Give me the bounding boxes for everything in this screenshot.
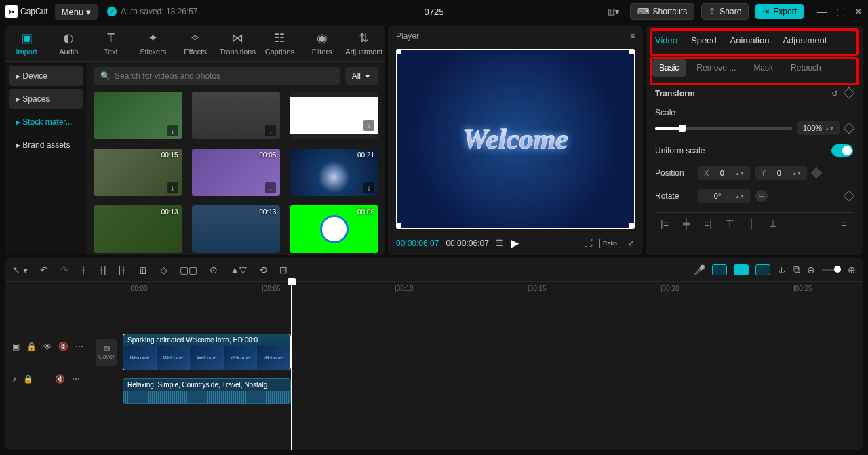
layout-icon[interactable]: ▥▾	[604, 4, 623, 19]
minimize-button[interactable]: —	[817, 6, 827, 17]
cursor-tool[interactable]: ↖ ▾	[12, 264, 28, 275]
lock-icon[interactable]: 🔒	[26, 342, 37, 351]
download-icon[interactable]: ↓	[363, 182, 374, 193]
resize-handle-br[interactable]	[629, 223, 635, 229]
download-icon[interactable]: ↓	[265, 182, 276, 193]
ratio-button[interactable]: Ratio	[599, 239, 620, 248]
close-button[interactable]: ✕	[854, 6, 863, 17]
link-icon[interactable]: ⧉	[793, 264, 800, 275]
filter-all-button[interactable]: All ⏷	[345, 67, 378, 85]
search-input[interactable]: 🔍 Search for videos and photos	[94, 67, 340, 85]
download-icon[interactable]: ↓	[363, 120, 374, 131]
keyframe-icon[interactable]	[844, 87, 855, 99]
delete-tool[interactable]: 🗑	[138, 264, 148, 275]
prop-tab-adjustment[interactable]: Adjustment	[778, 33, 831, 48]
pos-x-input[interactable]: X0▲▼	[698, 166, 750, 180]
tab-captions[interactable]: ☷Captions	[258, 26, 300, 61]
media-thumb-4[interactable]: 00:15↓	[94, 149, 182, 196]
marker-tool[interactable]: ◇	[160, 264, 167, 275]
prop-tab-animation[interactable]: Animation	[726, 33, 774, 48]
zoom-slider[interactable]	[822, 269, 841, 271]
rotate-dial[interactable]: –	[755, 190, 768, 202]
scale-icon[interactable]: ⛶	[584, 238, 593, 248]
preview-canvas[interactable]: Welcome	[396, 49, 635, 229]
zoom-in-button[interactable]: ⊕	[848, 264, 856, 275]
time-ruler[interactable]: |00:00 |00:05 |00:10 |00:15 |00:20 |00:2…	[95, 282, 863, 297]
lock-icon[interactable]: 🔒	[23, 374, 33, 384]
pos-y-input[interactable]: Y0▲▼	[755, 166, 807, 180]
align-center-h-icon[interactable]: ╪	[679, 218, 693, 229]
sub-tab-basic[interactable]: Basic	[652, 59, 686, 77]
snap-toggle-2[interactable]	[734, 264, 749, 275]
redo-button[interactable]: ↷	[60, 264, 68, 275]
align-center-v-icon[interactable]: ┼	[745, 218, 758, 229]
sidebar-device[interactable]: ▸ Device	[9, 66, 83, 86]
tab-filters[interactable]: ◉Filters	[301, 26, 343, 61]
media-thumb-8[interactable]: 00:13	[192, 205, 281, 253]
media-thumb-1[interactable]: ↓	[94, 92, 182, 139]
tab-stickers[interactable]: ✦Stickers	[132, 26, 174, 61]
sub-tab-retouch[interactable]: Retouch	[784, 59, 828, 77]
tab-effects[interactable]: ✧Effects	[174, 26, 216, 61]
list-icon[interactable]: ☰	[496, 238, 504, 248]
download-icon[interactable]: ↓	[265, 125, 276, 136]
project-title[interactable]: 0725	[425, 7, 444, 17]
mute-icon[interactable]: 🔇	[58, 342, 68, 351]
playhead[interactable]	[291, 282, 292, 450]
player-menu-icon[interactable]: ≡	[630, 31, 635, 41]
export-button[interactable]: ⇥ Export	[755, 4, 804, 19]
keyframe-rotate[interactable]	[844, 191, 855, 202]
fullscreen-icon[interactable]: ⤢	[627, 238, 635, 248]
video-clip[interactable]: Sparking animated Welcome intro, HD 00:0…	[123, 334, 291, 370]
undo-button[interactable]: ↶	[40, 264, 48, 275]
tab-audio[interactable]: ◐Audio	[47, 26, 90, 61]
speed-tool[interactable]: ⊙	[210, 264, 218, 275]
more-icon[interactable]: ⋯	[75, 342, 83, 351]
resize-handle-tr[interactable]	[629, 49, 635, 54]
sub-tab-mask[interactable]: Mask	[747, 59, 780, 77]
align-left-icon[interactable]: |≡	[658, 218, 671, 229]
sidebar-stock[interactable]: ▸ Stock mater...	[9, 112, 83, 132]
play-button[interactable]: ▶	[511, 237, 519, 250]
resize-handle-tl[interactable]	[396, 49, 401, 54]
reverse-tool[interactable]: ⟲	[259, 264, 267, 275]
split-right-tool[interactable]: |⟊	[119, 264, 127, 275]
stepper-icon[interactable]: ▲▼	[735, 194, 745, 199]
resize-handle-bl[interactable]	[396, 223, 401, 229]
scale-slider[interactable]	[655, 127, 792, 130]
media-thumb-2[interactable]: ↓	[192, 92, 281, 139]
eye-icon[interactable]: 👁	[43, 342, 52, 351]
keyframe-scale[interactable]	[844, 123, 855, 134]
rotate-input[interactable]: 0°▲▼	[698, 189, 750, 203]
tab-text[interactable]: TText	[90, 26, 132, 61]
keyframe-position[interactable]	[811, 167, 823, 179]
magnet-icon[interactable]: ⫝	[777, 264, 787, 275]
tab-transitions[interactable]: ⋈Transitions	[216, 26, 258, 61]
sidebar-brand[interactable]: ▸ Brand assets	[9, 135, 83, 155]
stepper-icon[interactable]: ▲▼	[825, 126, 834, 131]
split-left-tool[interactable]: ⟊|	[98, 264, 106, 275]
uniform-toggle[interactable]	[831, 144, 853, 157]
mic-button[interactable]: 🎤	[694, 264, 705, 275]
align-right-icon[interactable]: ≡|	[701, 218, 715, 229]
stepper-icon[interactable]: ▲▼	[735, 171, 745, 176]
download-icon[interactable]: ↓	[167, 182, 178, 193]
align-top-icon[interactable]: ⊤	[723, 218, 736, 229]
scale-value[interactable]: 100%▲▼	[797, 121, 840, 135]
freeze-tool[interactable]: ▢▢	[180, 264, 197, 275]
prop-tab-speed[interactable]: Speed	[687, 33, 721, 48]
prop-tab-video[interactable]: Video	[651, 33, 682, 48]
media-thumb-3[interactable]: ↓	[290, 92, 378, 139]
snap-toggle-1[interactable]	[712, 264, 727, 275]
reset-icon[interactable]: ↺	[831, 89, 838, 98]
section-transform[interactable]: Transform	[655, 89, 695, 98]
mute-icon[interactable]: 🔇	[55, 374, 65, 384]
crop-tool[interactable]: ⊡	[279, 264, 288, 275]
track-icon[interactable]: ▣	[12, 342, 20, 351]
share-button[interactable]: ⇪ Share	[701, 3, 749, 20]
snap-toggle-3[interactable]	[755, 264, 770, 275]
shortcuts-button[interactable]: ⌨ Shortcuts	[630, 3, 695, 20]
media-thumb-6[interactable]: 00:21↓	[290, 149, 378, 196]
zoom-out-button[interactable]: ⊖	[807, 264, 815, 275]
sub-tab-remove[interactable]: Remove ...	[690, 59, 743, 77]
